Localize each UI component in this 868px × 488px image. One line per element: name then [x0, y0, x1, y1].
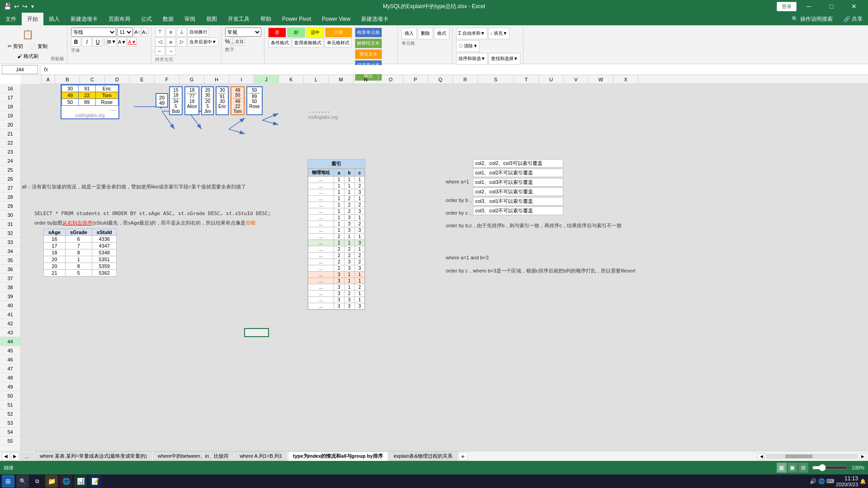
maximize-button[interactable]: □ [821, 0, 842, 13]
decrease-decimal-btn[interactable]: 0. [240, 38, 245, 46]
row-23[interactable]: 23 [0, 147, 20, 156]
col-u[interactable]: U [539, 75, 564, 84]
tab-layout[interactable]: 页面布局 [103, 13, 136, 25]
word-taskbar-btn[interactable]: 📝 [89, 475, 101, 488]
row-27[interactable]: 27 [0, 183, 20, 192]
tab-powerpivot[interactable]: Power Pivot [277, 13, 316, 25]
align-right-btn[interactable]: ▷ [177, 38, 187, 47]
col-g[interactable]: G [179, 75, 204, 84]
table-format-btn[interactable]: 套用表格格式 [292, 38, 324, 47]
row-19[interactable]: 19 [0, 111, 20, 120]
row-38[interactable]: 38 [0, 283, 20, 292]
row-18[interactable]: 18 [0, 102, 20, 111]
align-middle-btn[interactable]: ≡ [166, 28, 176, 37]
row-28[interactable]: 28 [0, 192, 20, 202]
tab-data[interactable]: 数据 [157, 13, 179, 25]
copy-btn[interactable]: 📄 复制 [27, 42, 51, 51]
row-49[interactable]: 49 [0, 382, 20, 391]
indent-right-btn[interactable]: → [166, 47, 176, 56]
undo-icon[interactable]: ↩ [14, 3, 19, 10]
clear-btn[interactable]: ◇ 清除▼ [456, 40, 480, 52]
row-39[interactable]: 39 [0, 292, 20, 301]
task-view-btn[interactable]: ⧉ [31, 475, 43, 488]
scroll-left-btn[interactable]: ◀ [758, 453, 765, 460]
tab-view[interactable]: 视图 [201, 13, 222, 25]
fontcolor-btn[interactable]: A▼ [127, 38, 137, 47]
tab-new1[interactable]: 新建选项卡 [65, 13, 103, 25]
scroll-thumb[interactable] [767, 454, 857, 459]
sort-btn[interactable]: 排序和筛选▼ [456, 53, 488, 65]
tab-powerview[interactable]: Power View [316, 13, 356, 25]
warn-style[interactable]: 警告文本 [355, 49, 382, 59]
redo-icon[interactable]: ↪ [22, 3, 28, 10]
row-48[interactable]: 48 [0, 373, 20, 382]
wrap-text-btn[interactable]: 自动换行 [188, 28, 209, 37]
neutral-style[interactable]: 适中 [306, 28, 324, 38]
col-j[interactable]: J [254, 75, 279, 84]
row-16[interactable]: 16 [0, 84, 20, 93]
row-26[interactable]: 26 [0, 174, 20, 183]
tab-file[interactable]: 文件 [0, 13, 22, 25]
delete-cell-btn[interactable]: 删除 [418, 28, 433, 39]
fontsize-select[interactable]: 11 [117, 28, 133, 37]
good-style[interactable]: 好 [287, 28, 305, 38]
page-break-view-btn[interactable]: ⊞ [798, 463, 808, 473]
row-35[interactable]: 35 [0, 256, 20, 265]
row-24[interactable]: 24 [0, 156, 20, 165]
zoom-slider[interactable] [812, 464, 848, 471]
row-43[interactable]: 43 [0, 328, 20, 337]
row-21[interactable]: 21 [0, 129, 20, 138]
col-a[interactable]: A [42, 75, 55, 84]
login-button[interactable]: 登录 [777, 2, 797, 11]
number-format-select[interactable]: 常规 [225, 28, 261, 37]
col-h[interactable]: H [204, 75, 229, 84]
tab-help[interactable]: 帮助 [255, 13, 277, 25]
col-n[interactable]: N [354, 75, 378, 84]
start-button[interactable]: ⊞ [2, 475, 14, 488]
fill-btn[interactable]: A▼ [118, 38, 127, 47]
scroll-right-btn[interactable]: ▶ [859, 453, 866, 460]
border-btn[interactable]: ⊞▼ [107, 38, 117, 47]
row-25[interactable]: 25 [0, 165, 20, 174]
sheet-tab-where-a1-b1[interactable]: where A.列1=B.列1 [235, 451, 287, 461]
col-k[interactable]: K [279, 75, 304, 84]
paste-btn[interactable]: 📋 [5, 28, 51, 41]
font-increase-btn[interactable]: A↑ [134, 28, 141, 37]
format-cell-btn[interactable]: 格式 [434, 28, 449, 39]
fill-btn2[interactable]: ↓ 填充▼ [488, 28, 510, 39]
align-top-btn[interactable]: ⊤ [155, 28, 165, 37]
cut-btn[interactable]: ✂ 剪切 [5, 42, 26, 51]
normal-view-btn[interactable]: ▦ [777, 463, 787, 473]
row-50[interactable]: 50 [0, 391, 20, 400]
bad-style[interactable]: 差 [268, 28, 286, 38]
note-style[interactable]: 解释性文本 [355, 38, 382, 48]
sheet-tab-active[interactable]: type为index的情况和all与group by排序 [288, 451, 388, 461]
row-53[interactable]: 53 [0, 418, 20, 427]
col-q[interactable]: Q [428, 75, 453, 84]
close-button[interactable]: ✕ [844, 0, 864, 13]
tab-search[interactable]: 🔍 操作说明搜索 [786, 13, 838, 25]
indent-left-btn[interactable]: ← [155, 47, 165, 56]
row-22[interactable]: 22 [0, 138, 20, 147]
sheet-tab-explain[interactable]: explain表&物理过程的关系 [389, 451, 458, 461]
name-box[interactable] [2, 65, 38, 74]
row-32[interactable]: 32 [0, 229, 20, 238]
col-b[interactable]: B [55, 75, 80, 84]
col-w[interactable]: W [589, 75, 613, 84]
align-center-btn[interactable]: ≡ [166, 38, 176, 47]
formula-input[interactable] [52, 65, 866, 74]
row-46[interactable]: 46 [0, 355, 20, 364]
row-29[interactable]: 29 [0, 202, 20, 211]
comma-btn[interactable]: , [231, 38, 233, 46]
col-f[interactable]: F [155, 75, 179, 84]
row-31[interactable]: 31 [0, 220, 20, 229]
row-51[interactable]: 51 [0, 400, 20, 409]
col-i[interactable]: I [229, 75, 254, 84]
conditional-format-btn[interactable]: 条件格式 [269, 38, 291, 47]
calculate-style[interactable]: 计算 [325, 28, 352, 38]
col-t[interactable]: T [514, 75, 539, 84]
page-layout-view-btn[interactable]: ▣ [788, 463, 797, 473]
merge-btn[interactable]: 合并后居中▼ [188, 38, 218, 47]
tab-nav-left[interactable]: ◀ [2, 452, 10, 460]
row-30[interactable]: 30 [0, 211, 20, 220]
